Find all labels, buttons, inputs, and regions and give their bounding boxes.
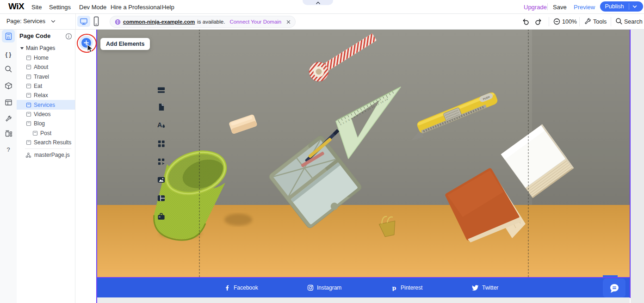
tree-item-label: Search Results — [34, 139, 71, 146]
menu-dev-mode[interactable]: Dev Mode — [79, 4, 106, 11]
menu-site[interactable]: Site — [31, 4, 42, 11]
rail-item-page-code[interactable]: {} — [2, 30, 15, 43]
info-icon[interactable] — [65, 33, 72, 40]
tree-item-label: Relax — [34, 92, 48, 99]
pagebar-divider — [549, 17, 549, 26]
tree-item-master-page[interactable]: masterPage.js — [17, 151, 75, 159]
social-link-instagram[interactable]: Instagram — [307, 278, 341, 297]
mobile-icon — [93, 16, 99, 27]
social-label: Pinterest — [401, 284, 422, 291]
menu-settings[interactable]: Settings — [49, 4, 71, 11]
tree-group-main-pages[interactable]: Main Pages — [17, 44, 75, 52]
add-section-icon[interactable] — [157, 86, 166, 94]
business-tools-icon[interactable] — [157, 212, 166, 221]
rail-item-dev-tools[interactable] — [2, 112, 15, 125]
social-link-twitter[interactable]: Twitter — [472, 278, 498, 297]
mouse-cursor — [87, 44, 94, 53]
pagebar-divider — [611, 17, 611, 26]
site-structure-icon — [25, 152, 31, 158]
hero-image: 0 1 2 3 4 5 6 7 8 9 10 11 12 13 14 PUSH — [97, 29, 630, 278]
desktop-icon — [80, 18, 88, 25]
connect-domain-link[interactable]: Connect Your Domain — [229, 19, 281, 25]
editor-gutter-right — [631, 29, 644, 303]
media-icon[interactable] — [157, 175, 166, 184]
zoom-level[interactable]: 100% — [562, 19, 577, 25]
app-market-icon[interactable] — [157, 139, 166, 148]
svg-text:A: A — [157, 121, 162, 129]
domain-link[interactable]: common-ninja-example.com — [123, 19, 195, 25]
social-link-facebook[interactable]: Facebook — [224, 278, 258, 297]
tree-item-eat[interactable]: Eat — [17, 82, 75, 90]
upgrade-button[interactable]: Upgrade — [524, 4, 547, 11]
close-icon[interactable] — [286, 20, 291, 24]
menu-hire-a-professional[interactable]: Hire a Professional — [111, 4, 161, 11]
tree-item-videos[interactable]: Videos — [17, 110, 75, 118]
table-icon — [5, 99, 12, 106]
tree-item-label: Videos — [34, 111, 50, 117]
layout-blocks-icon — [5, 130, 12, 137]
rail-item-help[interactable]: ? — [2, 143, 15, 156]
undo-icon[interactable] — [522, 18, 529, 25]
publish-button[interactable]: Publish — [600, 1, 643, 12]
chat-button[interactable] — [603, 278, 625, 297]
interactions-icon[interactable] — [157, 157, 166, 166]
rail-item-search[interactable] — [2, 62, 15, 75]
tree-item-relax[interactable]: Relax — [17, 91, 75, 99]
pagebar-divider — [75, 14, 76, 29]
tree-item-travel[interactable]: Travel — [17, 73, 75, 81]
section-border-right[interactable] — [630, 29, 631, 298]
page-code-icon: {} — [5, 32, 12, 40]
search-icon[interactable] — [615, 18, 623, 25]
page-toolbar: Page: Services common-ninja-example.com … — [0, 14, 644, 30]
tree-item-post[interactable]: Post — [17, 129, 75, 137]
tree-item-label: Travel — [34, 74, 49, 80]
site-design-icon[interactable]: A — [157, 121, 166, 130]
preview-button[interactable]: Preview — [574, 4, 595, 11]
editor-tool-column: A — [75, 30, 96, 303]
tools-button[interactable]: Tools — [593, 19, 607, 25]
social-link-pinterest[interactable]: p Pinterest — [391, 278, 422, 297]
tree-item-label: About — [34, 64, 48, 70]
tree-item-blog[interactable]: Blog — [17, 119, 75, 128]
tree-item-services[interactable]: Services — [17, 101, 75, 109]
page-icon — [26, 64, 31, 70]
rail-item-packages[interactable] — [2, 79, 15, 92]
rail-item-content-manager[interactable] — [2, 96, 15, 109]
collapse-panel-pill[interactable] — [303, 0, 333, 5]
menu-help[interactable]: Help — [162, 4, 174, 11]
tree-item-label: Post — [40, 130, 51, 136]
publish-chevron-down-icon[interactable] — [632, 5, 637, 8]
pagebar-divider — [579, 17, 580, 26]
tree-item-search-results[interactable]: Search Results — [17, 138, 75, 147]
zoom-out-icon[interactable] — [553, 18, 560, 25]
twitter-icon — [472, 285, 479, 291]
tree-item-label: Home — [34, 55, 49, 61]
add-page-icon[interactable] — [157, 103, 166, 111]
page-icon — [26, 121, 31, 126]
package-box-icon — [5, 82, 12, 90]
save-button[interactable]: Save — [553, 4, 567, 11]
rail-item-code-files[interactable]: { } — [2, 48, 15, 61]
section-border-footer[interactable] — [96, 277, 631, 278]
domain-availability: is available. — [197, 19, 225, 25]
search-button[interactable]: Search — [624, 19, 643, 25]
rail-item-layouters[interactable] — [2, 127, 15, 140]
wix-logo[interactable]: WiX — [8, 1, 24, 12]
caret-down-icon[interactable] — [20, 47, 24, 50]
redo-icon[interactable] — [535, 18, 542, 25]
page-icon — [26, 102, 31, 108]
tree-item-about[interactable]: About — [17, 63, 75, 71]
page-icon — [26, 140, 31, 145]
globe-icon — [115, 19, 121, 25]
section-border-left[interactable] — [96, 29, 97, 303]
tools-wrench-icon[interactable] — [584, 18, 592, 25]
page-selector[interactable]: Page: Services — [6, 18, 45, 25]
layout-icon[interactable] — [157, 194, 166, 203]
tree-item-label: Eat — [34, 83, 42, 89]
mobile-view-toggle[interactable] — [93, 16, 99, 29]
page-selector-chevron-icon[interactable] — [51, 20, 56, 23]
topbar-divider — [547, 3, 548, 10]
desktop-view-toggle[interactable] — [77, 16, 90, 27]
svg-text:p: p — [392, 284, 396, 291]
tree-item-home[interactable]: Home — [17, 54, 75, 62]
